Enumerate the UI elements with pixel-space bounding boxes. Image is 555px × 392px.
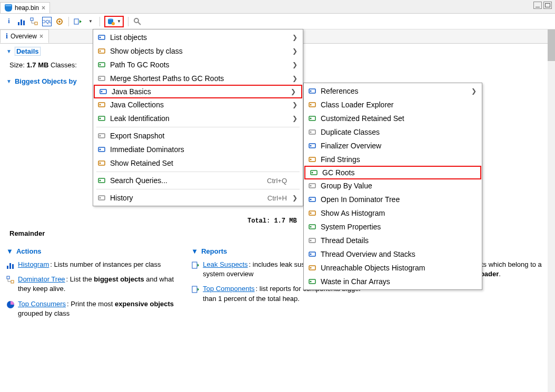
menu-item-icon [97, 159, 106, 167]
menu-item-icon [308, 128, 316, 136]
menu-item-export-snapshot[interactable]: Export Snapshot [93, 129, 303, 143]
menu-item-path-to-gc-roots[interactable]: Path To GC Roots ❯ [93, 58, 303, 72]
run-icon[interactable] [73, 17, 83, 26]
menu-item-gc-roots[interactable]: GC Roots [304, 166, 481, 179]
menu-item-references[interactable]: References ❯ [304, 84, 482, 98]
svg-rect-2 [23, 21, 25, 25]
menu-item-label: Thread Overview and Stacks [321, 250, 467, 258]
menu-item-label: List objects [110, 33, 288, 42]
svg-point-24 [100, 51, 101, 52]
histogram-icon[interactable] [17, 17, 26, 26]
info-icon[interactable]: i [4, 17, 14, 26]
menu-item-label: History [110, 194, 288, 202]
menu-item-icon [308, 142, 316, 150]
svg-rect-0 [18, 22, 19, 25]
action-top-consumers[interactable]: Top Consumers: Print the most expensive … [6, 297, 179, 321]
submenu-arrow-icon: ❯ [292, 61, 298, 68]
submenu-arrow-icon: ❯ [292, 47, 298, 55]
menu-item-show-objects-by-class[interactable]: Show objects by class ❯ [93, 44, 303, 58]
menu-item-find-strings[interactable]: Find Strings [304, 153, 482, 166]
report-icon [191, 261, 200, 269]
histogram-icon [6, 261, 15, 269]
menu-item-group-by-value[interactable]: Group By Value [304, 179, 482, 193]
menu-item-thread-overview-and-stacks[interactable]: Thread Overview and Stacks [304, 247, 482, 261]
menu-item-show-as-histogram[interactable]: Show As Histogram [304, 206, 482, 220]
menu-item-label: Class Loader Explorer [321, 100, 467, 109]
svg-point-34 [100, 118, 101, 119]
svg-rect-7 [74, 19, 78, 24]
menu-item-search-queries-[interactable]: Search Queries... Ctrl+Q [93, 174, 303, 187]
svg-point-42 [100, 180, 101, 182]
svg-point-62 [310, 199, 312, 200]
menu-item-finalizer-overview[interactable]: Finalizer Overview [304, 139, 482, 153]
submenu-arrow-icon: ❯ [291, 88, 296, 95]
menu-item-icon [308, 277, 316, 286]
dropdown-arrow-icon[interactable]: ▼ [86, 17, 95, 26]
actions-header[interactable]: ▼Actions [6, 245, 179, 257]
gear-icon[interactable] [55, 17, 64, 26]
minimize-button[interactable] [533, 2, 542, 9]
svg-point-70 [310, 254, 312, 255]
action-dominator-tree[interactable]: Dominator Tree: List the biggest objects… [6, 272, 179, 296]
info-icon: i [6, 32, 8, 41]
menu-item-customized-retained-set[interactable]: Customized Retained Set [304, 112, 482, 125]
svg-point-46 [310, 91, 312, 92]
menu-item-immediate-dominators[interactable]: Immediate Dominators [93, 143, 303, 156]
svg-point-26 [100, 64, 101, 66]
maximize-button[interactable] [543, 2, 552, 9]
menu-item-label: System Properties [321, 223, 467, 231]
tree-icon[interactable] [29, 17, 39, 26]
editor-tab-label: heap.bin [15, 4, 39, 12]
editor-tab-heap[interactable]: heap.bin × [0, 2, 50, 13]
menu-item-label: Show objects by class [110, 47, 288, 55]
menu-item-show-retained-set[interactable]: Show Retained Set [93, 156, 303, 170]
svg-point-9 [112, 22, 115, 25]
menu-item-system-properties[interactable]: System Properties [304, 220, 482, 234]
menu-item-icon [97, 114, 106, 123]
action-histogram[interactable]: Histogram: Lists number of instances per… [6, 257, 179, 272]
oql-icon[interactable]: OQL [42, 17, 52, 26]
report-icon [191, 285, 200, 294]
svg-point-36 [100, 135, 101, 137]
close-icon[interactable]: × [42, 4, 45, 12]
menu-item-history[interactable]: History Ctrl+H ❯ [93, 191, 303, 205]
menu-item-class-loader-explorer[interactable]: Class Loader Explorer [304, 98, 482, 112]
query-dropdown-button[interactable]: ▼ [104, 16, 124, 27]
menu-shortcut: Ctrl+H [267, 194, 287, 202]
svg-rect-15 [12, 264, 14, 269]
svg-rect-19 [192, 262, 197, 268]
size-value: 1.7 MB [27, 61, 49, 69]
menu-item-icon [97, 145, 106, 154]
menu-item-label: Java Basics [112, 87, 286, 96]
menu-item-unreachable-objects-histogram[interactable]: Unreachable Objects Histogram [304, 261, 482, 275]
context-menu-main: List objects ❯ Show objects by class ❯ P… [93, 29, 303, 206]
menu-item-duplicate-classes[interactable]: Duplicate Classes [304, 125, 482, 139]
close-icon[interactable]: × [39, 33, 43, 40]
svg-rect-16 [7, 276, 9, 279]
search-icon[interactable] [133, 17, 142, 26]
svg-point-50 [310, 118, 312, 119]
svg-rect-4 [35, 22, 37, 25]
editor-tab-bar: heap.bin × [0, 0, 555, 14]
menu-item-label: Find Strings [321, 155, 467, 164]
menu-item-java-collections[interactable]: Java Collections ❯ [93, 98, 303, 112]
menu-item-label: Merge Shortest Paths to GC Roots [110, 74, 288, 83]
svg-point-32 [100, 104, 101, 106]
menu-item-icon [308, 209, 316, 217]
menu-item-thread-details[interactable]: Thread Details [304, 234, 482, 247]
scrollbar[interactable] [548, 29, 555, 392]
menu-item-icon [308, 87, 316, 95]
tab-overview[interactable]: i Overview × [0, 29, 49, 43]
menu-item-label: Open In Dominator Tree [321, 195, 467, 204]
menu-item-leak-identification[interactable]: Leak Identification ❯ [93, 112, 303, 125]
menu-item-waste-in-char-arrays[interactable]: Waste in Char Arrays [304, 275, 482, 288]
heap-file-icon [5, 4, 12, 12]
menu-item-icon [308, 264, 316, 272]
scrollbar-thumb[interactable] [548, 29, 555, 61]
svg-point-6 [58, 21, 61, 23]
menu-item-java-basics[interactable]: Java Basics ❯ [94, 85, 302, 98]
menu-item-list-objects[interactable]: List objects ❯ [93, 31, 303, 44]
menu-item-open-in-dominator-tree[interactable]: Open In Dominator Tree [304, 193, 482, 206]
menu-item-merge-shortest-paths-to-gc-roots[interactable]: Merge Shortest Paths to GC Roots ❯ [93, 72, 303, 85]
menu-item-label: Duplicate Classes [321, 128, 467, 136]
